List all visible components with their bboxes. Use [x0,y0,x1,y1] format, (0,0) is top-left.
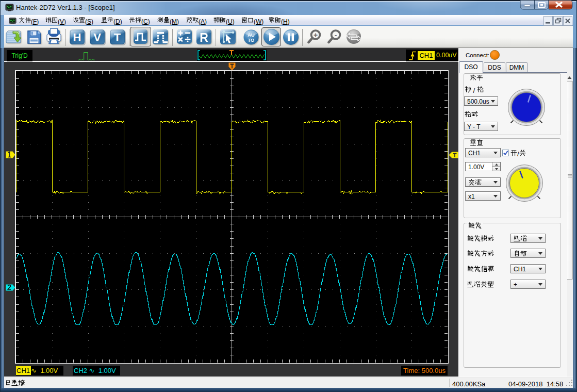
svg-text:+: + [314,31,318,39]
svg-text:H: H [73,31,81,44]
svg-text:-: - [335,31,337,39]
svg-text:AU: AU [248,32,255,38]
svg-text:R: R [200,31,208,44]
svg-text:V: V [93,31,101,44]
svg-text:TO: TO [248,37,254,43]
svg-text:T: T [114,31,121,44]
